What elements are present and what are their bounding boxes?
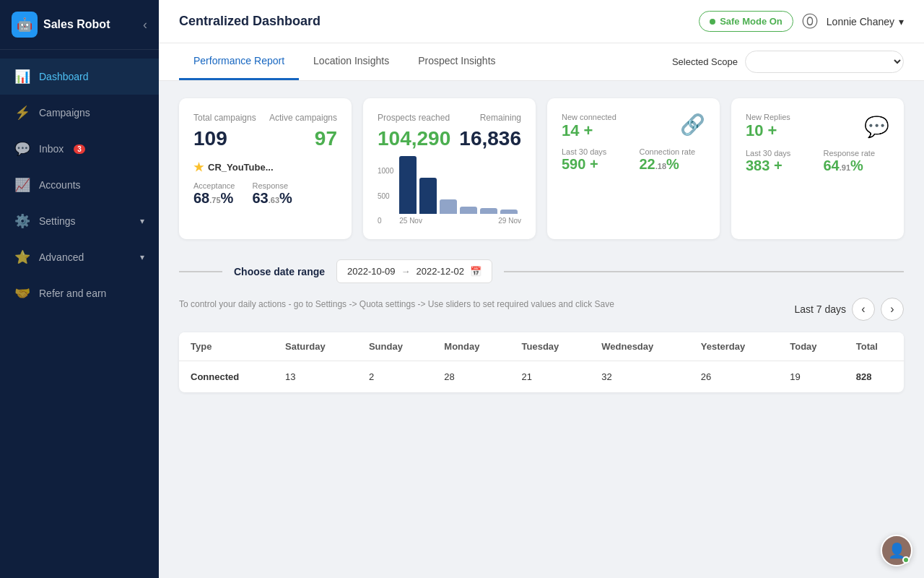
last30-value: 590 +	[562, 156, 628, 173]
star-icon: ★	[193, 160, 204, 174]
refer-icon: 🤝	[14, 285, 30, 301]
sidebar-item-advanced[interactable]: ⭐ Advanced ▾	[0, 239, 159, 275]
divider-right	[504, 271, 904, 272]
safe-mode-button[interactable]: Safe Mode On	[699, 11, 793, 32]
prospects-reached-label: Prospects reached	[378, 113, 450, 123]
divider-left	[179, 271, 222, 272]
date-end: 2022-12-02	[417, 266, 465, 277]
chart-bar	[480, 208, 497, 214]
table-header-row: Type Saturday Sunday Monday Tuesday Wedn…	[179, 332, 904, 361]
response-label: Response	[252, 181, 292, 190]
total-campaigns-label: Total campaigns	[193, 113, 256, 123]
sidebar-item-label: Settings	[39, 215, 76, 227]
chart-bar	[440, 199, 457, 214]
row-monday: 28	[432, 361, 510, 393]
sidebar-item-settings[interactable]: ⚙️ Settings ▾	[0, 203, 159, 239]
campaign-name: ★ CR_YouTube...	[193, 160, 337, 174]
new-replies-value: 10 +	[746, 121, 790, 140]
acceptance-label: Acceptance	[193, 181, 235, 190]
scope-select[interactable]	[745, 51, 904, 73]
tabs-row: Performance Report Location Insights Pro…	[159, 43, 924, 81]
sidebar-item-dashboard[interactable]: 📊 Dashboard	[0, 59, 159, 95]
inbox-icon: 💬	[14, 141, 30, 157]
chart-bar	[399, 156, 417, 214]
app-logo: 🤖 Sales Robot	[12, 12, 110, 38]
sidebar-item-campaigns[interactable]: ⚡ Campaigns	[0, 95, 159, 131]
acceptance-value: 68.75%	[193, 190, 235, 207]
date-range-input[interactable]: 2022-10-09 → 2022-12-02 📅	[336, 259, 492, 283]
row-tuesday: 21	[510, 361, 590, 393]
col-sunday: Sunday	[357, 332, 432, 361]
prev-button[interactable]: ‹	[852, 298, 875, 321]
cards-row: Total campaigns Active campaigns 109 97 …	[179, 98, 904, 239]
user-name: Lonnie Chaney	[827, 16, 894, 27]
new-connected-label: New connected	[562, 113, 616, 121]
main-content: Centralized Dashboard Safe Mode On ⓪ Lon…	[159, 0, 924, 578]
campaigns-card: Total campaigns Active campaigns 109 97 …	[179, 98, 352, 239]
prospects-reached-value: 104,290	[378, 127, 450, 150]
user-avatar[interactable]: 👤	[881, 535, 912, 566]
tab-performance[interactable]: Performance Report	[179, 43, 299, 80]
tab-location[interactable]: Location Insights	[299, 43, 404, 80]
date-range-row: Choose date range 2022-10-09 → 2022-12-0…	[179, 259, 904, 283]
chart-y-labels: 1000 500 0	[378, 167, 393, 225]
safe-mode-label: Safe Mode On	[720, 16, 783, 27]
total-campaigns-value: 109	[193, 127, 227, 150]
response-rate-label: Response rate	[824, 149, 890, 158]
dashboard-icon: 📊	[14, 69, 30, 85]
help-button[interactable]: ⓪	[802, 11, 818, 33]
chat-bubble-icon: 💬	[864, 115, 889, 139]
col-wednesday: Wednesday	[590, 332, 689, 361]
avatar-online-dot	[902, 556, 910, 564]
last7-nav: Last 7 days ‹ ›	[794, 298, 904, 321]
last30-label: Last 30 days	[562, 147, 628, 156]
active-campaigns-label: Active campaigns	[269, 113, 337, 123]
chart-bars	[399, 156, 521, 214]
row-total: 828	[845, 361, 904, 393]
col-type: Type	[179, 332, 274, 361]
campaign-name-text: CR_YouTube...	[208, 162, 274, 173]
safe-mode-dot	[710, 19, 715, 25]
inbox-badge: 3	[74, 144, 85, 154]
user-menu[interactable]: Lonnie Chaney ▾	[827, 16, 904, 27]
advanced-icon: ⭐	[14, 249, 30, 265]
chart-bar	[460, 207, 477, 214]
next-button[interactable]: ›	[881, 298, 904, 321]
sidebar-item-label: Refer and earn	[39, 288, 106, 299]
sidebar-header: 🤖 Sales Robot ‹	[0, 0, 159, 50]
sidebar-collapse-button[interactable]: ‹	[143, 17, 147, 33]
accounts-icon: 📈	[14, 177, 30, 193]
sidebar-item-label: Dashboard	[39, 71, 89, 82]
col-saturday: Saturday	[274, 332, 357, 361]
col-tuesday: Tuesday	[510, 332, 590, 361]
sidebar-nav: 📊 Dashboard ⚡ Campaigns 💬 Inbox 3 📈 Acco…	[0, 50, 159, 578]
connection-values: Last 30 days 590 + Connection rate 22.18…	[562, 147, 705, 173]
row-sunday: 2	[357, 361, 432, 393]
sidebar-item-refer[interactable]: 🤝 Refer and earn	[0, 275, 159, 311]
sidebar-item-label: Accounts	[39, 179, 81, 191]
sidebar-item-label: Inbox	[39, 143, 64, 155]
date-range-label: Choose date range	[234, 266, 325, 277]
chart-bar	[419, 178, 437, 214]
page-title: Centralized Dashboard	[179, 14, 699, 29]
replies-last30-label: Last 30 days	[746, 149, 812, 158]
row-type: Connected	[179, 361, 274, 393]
sidebar-item-inbox[interactable]: 💬 Inbox 3	[0, 131, 159, 167]
date-start: 2022-10-09	[347, 266, 396, 277]
replies-last30-value: 383 +	[746, 158, 812, 174]
date-separator: →	[401, 266, 411, 277]
tab-prospect[interactable]: Prospect Insights	[404, 43, 510, 80]
col-today: Today	[778, 332, 845, 361]
response-rate-value: 64.91%	[824, 158, 890, 174]
chart-x-labels: 25 Nov 29 Nov	[399, 217, 521, 225]
active-campaigns-value: 97	[315, 127, 337, 150]
sidebar-item-accounts[interactable]: 📈 Accounts	[0, 167, 159, 203]
connection-top: New connected 14 + 🔗	[562, 113, 705, 140]
advanced-chevron-icon: ▾	[140, 252, 144, 262]
connection-rate-value: 22.18%	[640, 156, 706, 173]
sidebar-item-label: Advanced	[39, 251, 84, 263]
content-area: Total campaigns Active campaigns 109 97 …	[159, 81, 924, 578]
row-saturday: 13	[274, 361, 357, 393]
settings-icon: ⚙️	[14, 213, 30, 229]
info-text: To control your daily actions - go to Se…	[179, 298, 783, 311]
